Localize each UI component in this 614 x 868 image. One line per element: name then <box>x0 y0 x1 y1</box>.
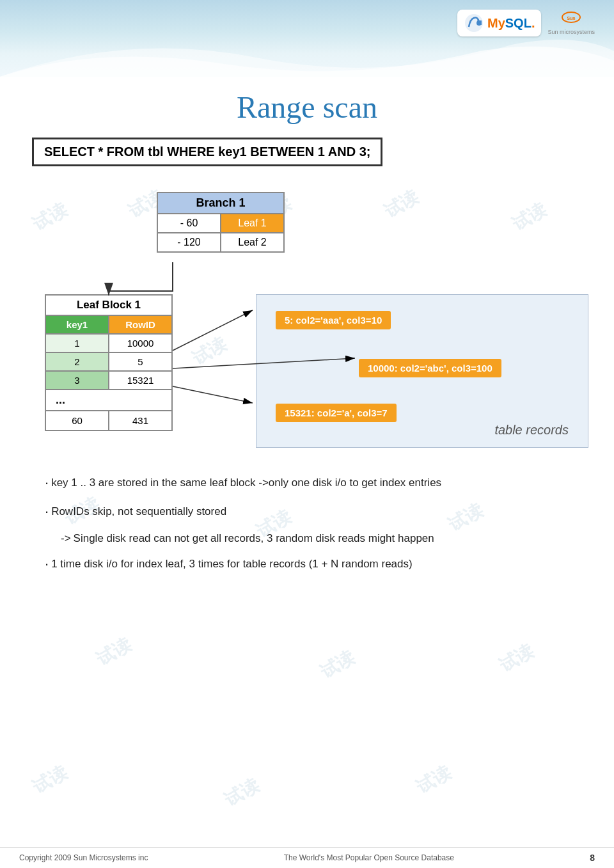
leaf-data-row-1: 1 10000 <box>46 335 171 353</box>
branch-box: Branch 1 - 60 Leaf 1 - 120 Leaf 2 <box>157 192 285 253</box>
watermark: 试读 <box>220 773 263 812</box>
leaf-col-rowid: RowID <box>109 316 171 333</box>
watermark: 试读 <box>92 633 135 672</box>
leaf-last-rowid: 431 <box>109 411 171 430</box>
table-records-label: table records <box>494 423 569 438</box>
branch-leaf-1: Leaf 1 <box>221 214 283 232</box>
svg-text:Sun: Sun <box>567 16 576 20</box>
leaf-data-row-3: 3 15321 <box>46 372 171 390</box>
footer-center: The World's Most Popular Open Source Dat… <box>284 853 454 862</box>
mysql-icon <box>464 13 484 33</box>
watermark: 试读 <box>316 645 359 684</box>
leaf-block-header: Leaf Block 1 <box>46 296 171 316</box>
branch-leaf-2: Leaf 2 <box>221 233 283 251</box>
leaf-rowid-val-3: 15321 <box>109 372 171 389</box>
branch-header: Branch 1 <box>158 193 283 214</box>
leaf-rowid-val-2: 5 <box>109 353 171 370</box>
sun-icon: Sun <box>561 11 581 29</box>
note-4: 1 time disk i/o for index leaf, 3 times … <box>45 555 569 574</box>
sql-box: SELECT * FROM tbl WHERE key1 BETWEEN 1 A… <box>32 138 382 166</box>
leaf-col-headers: key1 RowID <box>46 316 171 335</box>
branch-key-1: - 60 <box>158 214 221 232</box>
leaf-data-row-2: 2 5 <box>46 353 171 372</box>
branch-key-2: - 120 <box>158 233 221 251</box>
leaf-block: Leaf Block 1 key1 RowID 1 10000 2 5 3 15… <box>45 294 173 431</box>
note-1: key 1 .. 3 are stored in the same leaf b… <box>45 473 569 493</box>
diagram-container: Branch 1 - 60 Leaf 1 - 120 Leaf 2 5: col… <box>32 185 588 454</box>
record-bubble-2: 10000: col2='abc', col3=100 <box>359 359 501 377</box>
branch-row-1: - 60 Leaf 1 <box>158 214 283 233</box>
watermark: 试读 <box>28 761 71 800</box>
page-title: Range scan <box>32 90 582 125</box>
footer-left: Copyright 2009 Sun Microsystems inc <box>19 853 148 862</box>
page-number: 8 <box>590 853 595 863</box>
record-bubble-3: 15321: col2='a', col3=7 <box>276 404 397 422</box>
main-content: Range scan SELECT * FROM tbl WHERE key1 … <box>0 77 614 596</box>
mysql-logo: MySQL. <box>457 10 541 36</box>
sun-label: Sun microsystems <box>547 29 595 35</box>
logo-area: MySQL. Sun Sun microsystems <box>457 10 595 36</box>
leaf-key-val-2: 2 <box>46 353 109 370</box>
mysql-label: MySQL. <box>487 16 535 31</box>
branch-row-2: - 120 Leaf 2 <box>158 233 283 251</box>
leaf-key-val-3: 3 <box>46 372 109 389</box>
watermark: 试读 <box>495 639 538 678</box>
header: MySQL. Sun Sun microsystems <box>0 0 614 77</box>
sql-text: SELECT * FROM tbl WHERE key1 BETWEEN 1 A… <box>44 145 370 159</box>
notes-section: key 1 .. 3 are stored in the same leaf b… <box>32 473 582 574</box>
note-2: RowIDs skip, not sequentially stored <box>45 502 569 522</box>
watermark: 试读 <box>412 761 455 800</box>
note-3: Single disk read can not get all records… <box>45 531 569 546</box>
leaf-rowid-val-1: 10000 <box>109 335 171 352</box>
leaf-col-key: key1 <box>46 316 109 333</box>
leaf-key-val-1: 1 <box>46 335 109 352</box>
leaf-last-row: 60 431 <box>46 410 171 430</box>
table-records-box: 5: col2='aaa', col3=10 10000: col2='abc'… <box>256 294 588 448</box>
page-footer: Copyright 2009 Sun Microsystems inc The … <box>0 847 614 868</box>
leaf-last-key: 60 <box>46 411 109 430</box>
record-bubble-1: 5: col2='aaa', col3=10 <box>276 311 391 329</box>
leaf-dots: ... <box>46 390 171 410</box>
